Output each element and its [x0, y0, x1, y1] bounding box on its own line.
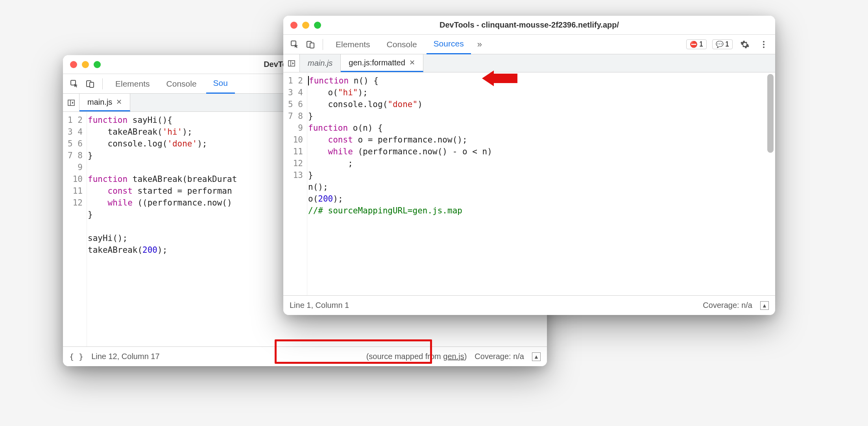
- window-title: DevTools - clinquant-mousse-2f2396.netli…: [283, 20, 775, 30]
- source-map-link[interactable]: gen.js: [443, 352, 464, 361]
- window-controls: [70, 61, 101, 68]
- line-gutter: 1 2 3 4 5 6 7 8 9 10 11 12: [63, 112, 87, 346]
- scrollbar-thumb[interactable]: [767, 74, 774, 153]
- issues-count: 1: [725, 40, 729, 48]
- navigator-toggle-icon[interactable]: [283, 54, 300, 72]
- issues-icon: 💬: [716, 41, 724, 48]
- cursor-position: Line 12, Column 17: [91, 352, 159, 361]
- error-count-badge[interactable]: ⛔ 1: [686, 39, 707, 49]
- toolbar-separator: [102, 78, 103, 89]
- cursor-position: Line 1, Column 1: [290, 301, 349, 310]
- titlebar: DevTools - clinquant-mousse-2f2396.netli…: [283, 16, 775, 35]
- error-count: 1: [699, 40, 703, 48]
- statusbar: { } Line 12, Column 17 (source mapped fr…: [63, 346, 547, 366]
- gear-icon[interactable]: [738, 38, 752, 51]
- minimize-window-icon[interactable]: [82, 61, 89, 68]
- close-tab-icon[interactable]: ✕: [409, 58, 415, 67]
- code-editor[interactable]: 1 2 3 4 5 6 7 8 9 10 11 12 13 function n…: [283, 72, 775, 295]
- svg-point-10: [763, 46, 765, 48]
- kebab-menu-icon[interactable]: [757, 38, 770, 51]
- drawer-toggle-icon[interactable]: ▲: [760, 301, 769, 310]
- file-tab-main-js[interactable]: main.js: [300, 54, 341, 72]
- issues-count-badge[interactable]: 💬 1: [712, 39, 733, 49]
- tab-sources[interactable]: Sou: [206, 74, 235, 94]
- line-gutter: 1 2 3 4 5 6 7 8 9 10 11 12 13: [283, 72, 307, 295]
- tab-elements[interactable]: Elements: [108, 74, 157, 94]
- device-mode-icon[interactable]: [83, 77, 97, 91]
- error-icon: ⛔: [690, 41, 698, 48]
- file-tab-gen-js-formatted[interactable]: gen.js:formatted ✕: [341, 54, 423, 72]
- pretty-print-icon[interactable]: { }: [69, 352, 83, 361]
- navigator-toggle-icon[interactable]: [63, 94, 79, 111]
- inspect-icon[interactable]: [68, 77, 81, 91]
- tab-sources[interactable]: Sources: [427, 35, 471, 54]
- inspect-icon[interactable]: [288, 38, 301, 51]
- window-controls: [290, 22, 321, 29]
- source-mapped-label: (source mapped from gen.js): [366, 352, 467, 361]
- close-window-icon[interactable]: [290, 22, 297, 29]
- statusbar: Line 1, Column 1 Coverage: n/a ▲: [283, 295, 775, 315]
- file-tab-label: gen.js:formatted: [349, 58, 405, 67]
- code-content[interactable]: function n() { o("hi"); console.log("don…: [307, 72, 775, 295]
- file-tab-label: main.js: [87, 98, 112, 107]
- svg-point-8: [763, 41, 765, 43]
- drawer-toggle-icon[interactable]: ▲: [532, 352, 541, 361]
- tab-console[interactable]: Console: [380, 35, 424, 54]
- svg-rect-2: [90, 82, 94, 87]
- devtools-toolbar: Elements Console Sources » ⛔ 1 💬 1: [283, 35, 775, 54]
- more-tabs-icon[interactable]: »: [473, 35, 486, 54]
- coverage-label: Coverage: n/a: [475, 352, 524, 361]
- tab-elements[interactable]: Elements: [329, 35, 377, 54]
- maximize-window-icon[interactable]: [94, 61, 101, 68]
- file-tab-main-js[interactable]: main.js ✕: [79, 94, 130, 111]
- svg-rect-7: [310, 43, 314, 48]
- devtools-window-front: DevTools - clinquant-mousse-2f2396.netli…: [283, 16, 775, 315]
- file-tab-label: main.js: [308, 59, 332, 68]
- close-window-icon[interactable]: [70, 61, 77, 68]
- maximize-window-icon[interactable]: [314, 22, 321, 29]
- device-mode-icon[interactable]: [304, 38, 317, 51]
- minimize-window-icon[interactable]: [302, 22, 309, 29]
- tab-console[interactable]: Console: [159, 74, 204, 94]
- file-tabstrip: main.js gen.js:formatted ✕: [283, 54, 775, 72]
- toolbar-separator: [323, 39, 323, 50]
- close-tab-icon[interactable]: ✕: [116, 98, 122, 106]
- svg-point-9: [763, 44, 765, 45]
- coverage-label: Coverage: n/a: [703, 301, 752, 310]
